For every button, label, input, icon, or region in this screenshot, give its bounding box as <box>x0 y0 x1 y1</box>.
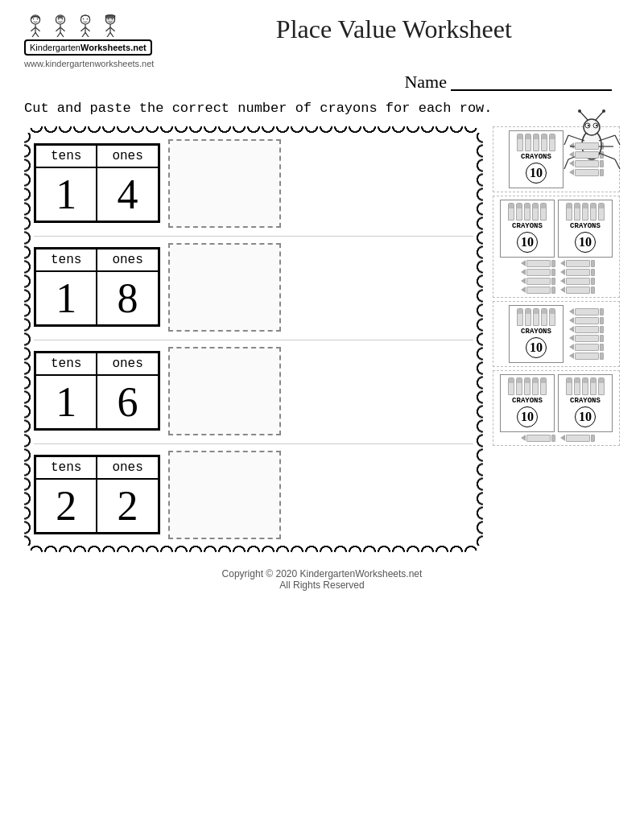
svg-line-5 <box>35 32 39 37</box>
paste-box-1[interactable] <box>168 139 281 228</box>
svg-point-42 <box>602 109 605 113</box>
crayon-stick <box>508 377 514 395</box>
crayon-tip <box>569 317 574 324</box>
logo-worksheets: Worksheets <box>80 43 130 52</box>
svg-point-31 <box>108 19 109 20</box>
logo-area: KindergartenWorksheets.net <box>24 14 152 56</box>
cutout-card-3: CRAYONS 10 <box>493 301 620 367</box>
ones-header-2: ones <box>97 249 158 271</box>
tens-value-4: 2 <box>35 479 97 533</box>
crayon-box-2b: CRAYONS 10 <box>558 200 613 258</box>
place-value-table-1: tens ones 1 4 <box>34 143 160 223</box>
ind-crayon <box>521 269 555 276</box>
svg-line-3 <box>35 27 40 31</box>
individual-crayons-4 <box>521 435 595 442</box>
svg-point-41 <box>578 109 581 113</box>
crayon-box-top-crayons <box>566 203 605 221</box>
ind-crayon <box>569 169 604 176</box>
individual-crayons-2a <box>521 260 555 294</box>
crayon-stick <box>566 377 572 395</box>
crayon-tip <box>560 287 565 293</box>
ind-crayon <box>569 142 604 150</box>
paste-box-2[interactable] <box>168 243 281 332</box>
paste-box-4[interactable] <box>168 451 281 539</box>
crayon-stick <box>532 377 539 395</box>
crayon-body <box>566 435 590 442</box>
crayon-end <box>600 308 604 315</box>
place-value-table-3: tens ones 1 6 <box>34 351 160 431</box>
crayon-stick <box>541 134 547 151</box>
crayon-box-top-crayons <box>508 203 547 221</box>
svg-line-44 <box>564 135 568 145</box>
footer-line2: All Rights Reserved <box>24 579 620 591</box>
ind-crayon <box>560 435 595 442</box>
crayon-stick <box>516 203 522 221</box>
svg-line-19 <box>80 27 85 31</box>
crayon-body <box>526 269 551 276</box>
crayon-stick <box>574 203 580 221</box>
crayon-box-1a: CRAYONS 10 <box>509 130 564 188</box>
svg-line-11 <box>56 27 60 31</box>
ones-value-3: 6 <box>97 375 158 429</box>
scalloped-box: tens ones 1 4 tens ones 1 8 <box>24 126 483 552</box>
svg-line-51 <box>599 153 615 159</box>
crayon-body <box>575 169 599 176</box>
name-line-row: Name <box>24 72 620 93</box>
crayon-tip <box>521 260 526 266</box>
ones-value-4: 2 <box>97 479 158 533</box>
kid-icon-4 <box>99 14 122 37</box>
crayon-box-4b: CRAYONS 10 <box>558 374 613 432</box>
tens-value-3: 1 <box>35 375 97 429</box>
svg-point-6 <box>33 19 35 20</box>
crayon-body <box>566 278 590 285</box>
cutout-card-4: CRAYONS 10 CRAYONS 10 <box>493 370 620 446</box>
crayon-body <box>575 151 599 159</box>
crayon-box-top-crayons <box>517 134 555 151</box>
crayon-box-number: 10 <box>517 232 538 253</box>
crayon-box-number: 10 <box>575 232 596 253</box>
ind-crayon <box>560 260 595 267</box>
svg-line-20 <box>85 27 90 31</box>
svg-point-24 <box>87 19 89 20</box>
paste-box-3[interactable] <box>168 347 281 435</box>
ind-crayon <box>569 344 604 351</box>
crayon-box-2a: CRAYONS 10 <box>500 200 555 258</box>
logo-box: KindergartenWorksheets.net <box>24 39 152 56</box>
crayon-stick <box>566 203 572 221</box>
ind-crayon <box>569 151 604 159</box>
crayon-stick <box>549 308 555 326</box>
ind-crayon <box>569 353 604 360</box>
crayon-box-number: 10 <box>526 337 547 358</box>
crayon-tip <box>560 260 565 266</box>
crayon-stick <box>524 377 530 395</box>
svg-line-52 <box>615 159 620 169</box>
svg-line-4 <box>32 32 35 37</box>
crayon-tip <box>569 353 574 359</box>
crayon-box-number: 10 <box>517 406 538 427</box>
svg-line-14 <box>60 32 64 37</box>
svg-line-40 <box>596 111 604 120</box>
svg-line-48 <box>599 135 615 141</box>
crayon-tip <box>521 435 526 441</box>
crayon-stick <box>574 377 580 395</box>
crayon-stick <box>598 203 605 221</box>
crayon-stick <box>540 377 547 395</box>
worksheet-page: KindergartenWorksheets.net Place Value W… <box>0 0 644 833</box>
svg-line-12 <box>60 27 65 31</box>
svg-line-39 <box>580 111 588 120</box>
ind-crayon <box>569 160 604 167</box>
crayon-end <box>591 260 595 267</box>
place-value-table-4: tens ones 2 2 <box>34 455 160 534</box>
crayon-stick <box>582 377 588 395</box>
crayon-body <box>575 353 599 360</box>
crayon-body <box>566 269 590 276</box>
kid-icon-1 <box>24 14 47 37</box>
crayon-end <box>600 335 604 342</box>
crayon-tip <box>560 435 565 441</box>
title-area: Place Value Worksheet <box>168 14 620 44</box>
crayon-end <box>600 344 604 351</box>
crayon-end <box>591 287 595 294</box>
crayon-body <box>566 260 590 267</box>
name-input-line[interactable] <box>451 73 612 91</box>
crayon-tip <box>521 287 526 293</box>
